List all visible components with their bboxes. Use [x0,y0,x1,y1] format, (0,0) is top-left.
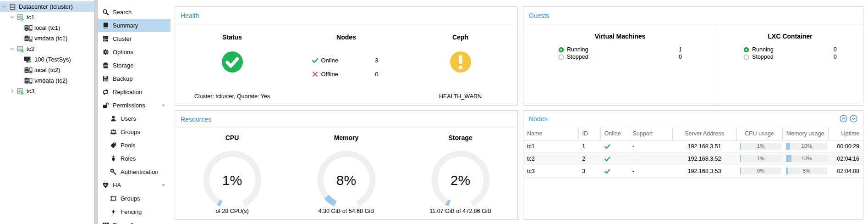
tree-item-datacenter[interactable]: Datacenter (tcluster) [0,1,94,12]
gauge-heading: Memory [289,134,403,141]
nodes-table-body: tc11-192.168.3.511%10%00:00:29tc22-192.1… [523,140,863,177]
scroll-up-button[interactable] [840,115,847,123]
menu-item-users[interactable]: Users [98,112,170,125]
menu-item-groups[interactable]: Groups [98,125,170,139]
menu-item-pools[interactable]: Pools [98,139,170,152]
stopped-icon [558,54,564,60]
menu-item-storage[interactable]: Storage [98,59,170,72]
lxc-stopped-label: Stopped [752,54,774,60]
check-icon [312,57,319,64]
gauge-heading: Storage [403,134,517,141]
menu-item-ha[interactable]: HA [98,179,170,192]
vm-heading: Virtual Machines [523,33,717,40]
health-panel-title: Health [181,12,199,19]
gauge-percent: 1% [193,173,271,188]
menu-item-label: Permissions [113,102,145,109]
gauge-memory: Memory8%4.30 GiB of 54.68 GiB [289,128,403,219]
expander-spacer [17,57,24,62]
column-header-id[interactable]: ID [578,127,600,140]
collapse-panel-button[interactable] [850,115,857,123]
resources-panel: Resources CPU1%of 28 CPU(s)Memory8%4.30 … [175,110,518,220]
vm-stopped-count: 0 [679,54,682,60]
menu-item-options[interactable]: Options [98,45,170,59]
menu-item-permissions[interactable]: Permissions [98,99,170,112]
menu-item-search[interactable]: Search [98,6,170,19]
lxc-running-row: Running 0 [743,46,837,53]
expand-arrow-icon[interactable] [10,89,16,94]
node-icon [16,45,25,53]
lxc-running-label: Running [752,46,774,53]
tree-item-tc2[interactable]: tc2 [0,44,94,54]
tree-item-tc3[interactable]: tc3 [0,86,94,96]
usage-bar-label: 0% [740,168,781,174]
vm-running-count: 1 [679,46,682,53]
summary-icon [102,22,109,29]
menu-item-label: Groups [121,195,140,202]
menu-item-firewall[interactable]: Firewall [98,218,170,224]
expander-spacer [17,25,24,31]
menu-item-fencing[interactable]: Fencing [98,205,170,218]
collapse-arrow-icon[interactable] [10,15,16,20]
chevron-down-icon[interactable] [161,103,166,108]
column-header-support[interactable]: Support [629,127,672,140]
column-header-cpu-usage[interactable]: CPU usage [736,127,782,140]
node-row-tc2[interactable]: tc22-192.168.3.521%13%02:04:16 [523,152,863,165]
menu-item-label: Pools [121,142,136,149]
guests-panel-title: Guests [529,12,549,19]
column-header-memory-usage[interactable]: Memory usage [782,127,828,140]
tree-item-tc2-local[interactable]: local (tc2) [0,65,94,75]
tree-item-label: vmdata (tc2) [34,77,67,84]
tree-item-tc1[interactable]: tc1 [0,12,94,22]
lxc-running-count: 0 [834,46,837,53]
menu-item-replication[interactable]: Replication [98,85,170,99]
menu-item-authentication[interactable]: Authentication [98,165,170,179]
offline-count: 0 [375,71,381,78]
menu-item-label: Search [113,9,132,16]
ha-icon [102,182,109,189]
chevron-down-icon[interactable] [161,183,166,188]
column-header-name[interactable]: Name [523,127,578,140]
usage-bar: 1% [740,155,781,162]
menu-item-roles[interactable]: Roles [98,152,170,165]
tree-item-tc1-vmdata[interactable]: vmdata (tc1) [0,33,94,44]
nodes-online-row: Online 3 [312,56,381,65]
cluster-quorate-text: Cluster: tcluster, Quorate: Yes [175,93,289,100]
menu-item-label: Firewall [113,222,133,224]
vm-stopped-row: Stopped 0 [558,53,682,61]
vm-running-row: Running 1 [558,46,682,53]
menu-item-backup[interactable]: Backup [98,72,170,85]
node-row-tc1[interactable]: tc11-192.168.3.511%10%00:00:29 [523,140,863,152]
collapse-arrow-icon[interactable] [2,4,8,10]
node-row-tc3[interactable]: tc33-192.168.3.530%5%02:04:08 [523,165,863,177]
tree-item-tc2-vmdata[interactable]: vmdata (tc2) [0,75,94,86]
tree-item-label: vmdata (tc1) [34,35,67,42]
tree-item-tc1-local[interactable]: local (tc1) [0,22,94,33]
gauges: CPU1%of 28 CPU(s)Memory8%4.30 GiB of 54.… [175,128,517,219]
menu-item-cluster[interactable]: Cluster [98,32,170,45]
column-header-server-address[interactable]: Server Address [672,127,736,140]
gauge-cpu: CPU1%of 28 CPU(s) [175,128,289,219]
usage-bar: 0% [740,168,781,174]
column-header-online[interactable]: Online [600,127,629,140]
menu-item-ha-groups[interactable]: Groups [98,192,170,205]
expander-spacer [17,36,24,41]
menu-item-label: Storage [113,62,134,69]
menu-item-label: Authentication [121,168,158,175]
lxc-stopped-row: Stopped 0 [743,53,837,61]
tree-splitter[interactable] [94,0,98,224]
status-ok-icon [221,51,243,73]
menu-item-label: Groups [121,129,140,135]
tree-item-vm-100[interactable]: 100 (TestSys) [0,54,94,65]
replication-icon [102,89,109,95]
collapse-arrow-icon[interactable] [10,46,16,52]
column-header-uptime[interactable]: Uptime [828,127,863,140]
nodes-table-header-row: NameIDOnlineSupportServer AddressCPU usa… [523,127,863,140]
groups-icon [110,129,117,135]
usage-bar: 1% [740,143,781,150]
guests-panel-header: Guests [523,7,863,24]
tree-item-label: tc3 [27,88,34,95]
menu-item-summary[interactable]: Summary [98,19,170,32]
ceph-heading: Ceph [403,34,517,41]
expander-spacer [17,67,24,73]
menu-item-label: Backup [113,75,132,82]
